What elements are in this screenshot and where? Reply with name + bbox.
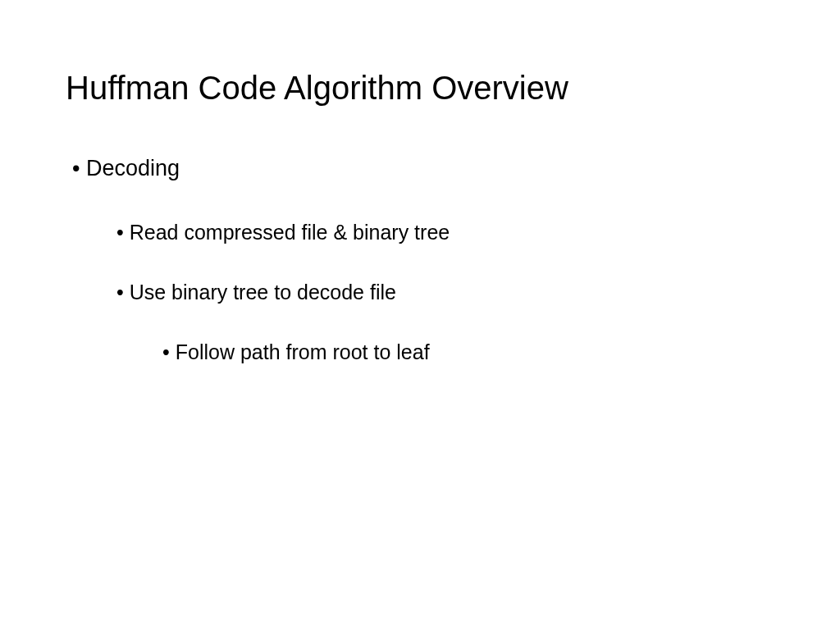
bullet-text: Read compressed file & binary tree	[130, 221, 450, 244]
bullet-level2: • Read compressed file & binary tree	[66, 221, 774, 244]
bullet-level2: • Use binary tree to decode file	[66, 281, 774, 304]
bullet-level1: • Decoding	[66, 156, 774, 181]
bullet-icon: •	[116, 281, 124, 304]
bullet-text: Use binary tree to decode file	[130, 281, 396, 304]
slide-title: Huffman Code Algorithm Overview	[66, 70, 774, 107]
bullet-icon: •	[72, 156, 80, 180]
bullet-text: Decoding	[86, 156, 180, 180]
bullet-level3: • Follow path from root to leaf	[66, 340, 774, 364]
bullet-icon: •	[116, 221, 124, 244]
bullet-text: Follow path from root to leaf	[176, 340, 430, 363]
bullet-icon: •	[162, 340, 170, 363]
